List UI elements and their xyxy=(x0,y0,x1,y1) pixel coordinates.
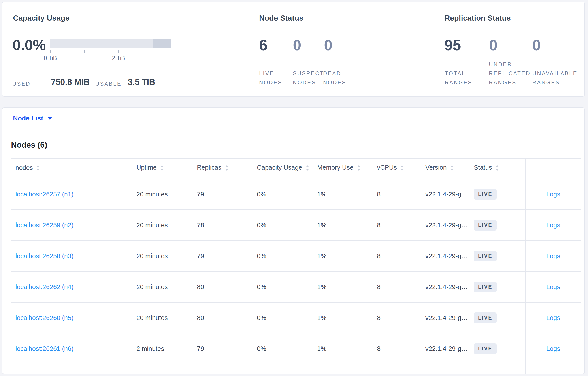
dead-nodes-label: DEAD NODES xyxy=(323,69,346,87)
capacity-axis-tick xyxy=(84,50,85,53)
status-badge: LIVE xyxy=(474,251,497,261)
sort-icon xyxy=(450,166,454,171)
memory-use-cell: 1% xyxy=(317,283,377,291)
table-row: localhost:26262 (n4) 20 minutes 80 0% 1%… xyxy=(11,272,581,303)
chevron-down-icon xyxy=(48,117,52,120)
status-badge: LIVE xyxy=(474,282,497,292)
node-link[interactable]: localhost:26262 (n4) xyxy=(15,283,74,290)
node-link[interactable]: localhost:26257 (n1) xyxy=(15,191,74,198)
logs-link[interactable]: Logs xyxy=(546,252,560,260)
col-header-capacity-usage[interactable]: Capacity Usage xyxy=(257,164,317,173)
sort-icon xyxy=(225,166,229,171)
col-header-uptime-label: Uptime xyxy=(136,164,157,173)
sort-icon xyxy=(160,166,164,171)
vcpus-cell: 8 xyxy=(377,252,425,260)
node-link[interactable]: localhost:26261 (n6) xyxy=(15,345,74,352)
col-header-replicas[interactable]: Replicas xyxy=(197,164,257,173)
capacity-usage-cell: 0% xyxy=(257,191,317,198)
cluster-summary-card: Capacity Usage 0.0% 0 TiB 2 TiB USED 750… xyxy=(2,2,585,97)
replicas-cell: 79 xyxy=(197,191,257,198)
col-header-version-label: Version xyxy=(425,164,447,173)
node-status-title: Node Status xyxy=(259,14,304,22)
table-row: localhost:26258 (n3) 20 minutes 79 0% 1%… xyxy=(11,241,581,272)
version-cell: v22.1.4-29-g… xyxy=(425,191,474,198)
nodes-table-title: Nodes (6) xyxy=(11,140,580,150)
vcpus-cell: 8 xyxy=(377,191,425,198)
version-cell: v22.1.4-29-g… xyxy=(425,283,474,291)
memory-use-cell: 1% xyxy=(317,314,377,322)
capacity-axis-tick xyxy=(153,50,153,53)
node-list-nav-row: Node List xyxy=(2,108,585,129)
node-link[interactable]: localhost:26260 (n5) xyxy=(15,314,74,321)
replicas-cell: 79 xyxy=(197,252,257,260)
sort-icon xyxy=(305,166,309,171)
col-header-memory-use-label: Memory Use xyxy=(317,164,353,173)
unavailable-ranges-value: 0 xyxy=(532,37,541,53)
logs-link[interactable]: Logs xyxy=(546,283,560,291)
capacity-usable-value: 3.5 TiB xyxy=(128,77,155,87)
version-cell: v22.1.4-29-g… xyxy=(425,221,474,229)
col-header-version[interactable]: Version xyxy=(425,164,474,173)
suspect-nodes-label: SUSPECT NODES xyxy=(293,69,324,87)
version-cell: v22.1.4-29-g… xyxy=(425,345,474,352)
table-header-row: nodes Uptime Replicas Capacity Usage Mem… xyxy=(11,159,581,179)
capacity-usage-cell: 0% xyxy=(257,345,317,352)
status-badge: LIVE xyxy=(474,343,497,354)
memory-use-cell: 1% xyxy=(317,345,377,352)
logs-link[interactable]: Logs xyxy=(546,345,560,352)
logs-link[interactable]: Logs xyxy=(546,314,560,322)
sort-icon xyxy=(400,166,404,171)
col-header-memory-use[interactable]: Memory Use xyxy=(317,164,377,173)
capacity-bar-end-segment xyxy=(153,40,171,48)
capacity-usable-label: USABLE xyxy=(95,81,122,87)
replicas-cell: 80 xyxy=(197,314,257,322)
uptime-cell: 20 minutes xyxy=(136,221,197,229)
total-ranges-value: 95 xyxy=(444,37,461,53)
node-list-dropdown-label: Node List xyxy=(13,115,43,122)
version-cell: v22.1.4-29-g… xyxy=(425,314,474,322)
col-header-uptime[interactable]: Uptime xyxy=(136,164,197,173)
col-header-replicas-label: Replicas xyxy=(197,164,221,173)
capacity-usage-cell: 0% xyxy=(257,252,317,260)
node-list-card: Node List Nodes (6) nodes Uptime Replica… xyxy=(2,107,585,374)
suspect-nodes-value: 0 xyxy=(293,37,301,53)
col-header-status[interactable]: Status xyxy=(474,164,525,173)
uptime-cell: 20 minutes xyxy=(136,283,197,291)
dead-nodes-value: 0 xyxy=(324,37,332,53)
capacity-used-value: 750.8 MiB xyxy=(51,77,90,87)
uptime-cell: 20 minutes xyxy=(136,191,197,198)
nodes-table-area: Nodes (6) nodes Uptime Replicas Capacity… xyxy=(2,140,585,374)
vcpus-cell: 8 xyxy=(377,221,425,229)
node-list-dropdown[interactable]: Node List xyxy=(13,115,52,122)
live-nodes-label: LIVE NODES xyxy=(259,69,282,87)
capacity-axis-label-2: 2 TiB xyxy=(105,55,132,62)
table-row: localhost:26260 (n5) 20 minutes 80 0% 1%… xyxy=(11,303,581,334)
table-row: localhost:26257 (n1) 20 minutes 79 0% 1%… xyxy=(11,179,581,210)
vcpus-cell: 8 xyxy=(377,314,425,322)
uptime-cell: 20 minutes xyxy=(136,314,197,322)
capacity-axis-tick xyxy=(118,50,119,53)
sort-icon xyxy=(357,166,361,171)
vcpus-cell: 8 xyxy=(377,283,425,291)
col-header-nodes-label: nodes xyxy=(15,164,33,173)
node-link[interactable]: localhost:26258 (n3) xyxy=(15,252,74,260)
logs-link[interactable]: Logs xyxy=(546,191,560,198)
col-header-nodes[interactable]: nodes xyxy=(11,164,136,173)
sort-icon xyxy=(495,166,499,171)
node-link[interactable]: localhost:26259 (n2) xyxy=(15,221,74,229)
capacity-usage-cell: 0% xyxy=(257,283,317,291)
under-replicated-ranges-label: UNDER- REPLICATED RANGES xyxy=(489,60,531,87)
logs-link[interactable]: Logs xyxy=(546,221,560,229)
col-header-vcpus[interactable]: vCPUs xyxy=(377,164,425,173)
status-badge: LIVE xyxy=(474,220,497,230)
replicas-cell: 80 xyxy=(197,283,257,291)
status-badge: LIVE xyxy=(474,189,497,200)
uptime-cell: 20 minutes xyxy=(136,252,197,260)
unavailable-ranges-label: UNAVAILABLE RANGES xyxy=(532,69,578,87)
total-ranges-label: TOTAL RANGES xyxy=(445,69,472,87)
capacity-bar: 0 TiB 2 TiB xyxy=(50,40,171,48)
capacity-percent-value: 0.0% xyxy=(13,37,46,53)
replicas-cell: 78 xyxy=(197,221,257,229)
vcpus-cell: 8 xyxy=(377,345,425,352)
table-footer-row xyxy=(11,364,581,374)
